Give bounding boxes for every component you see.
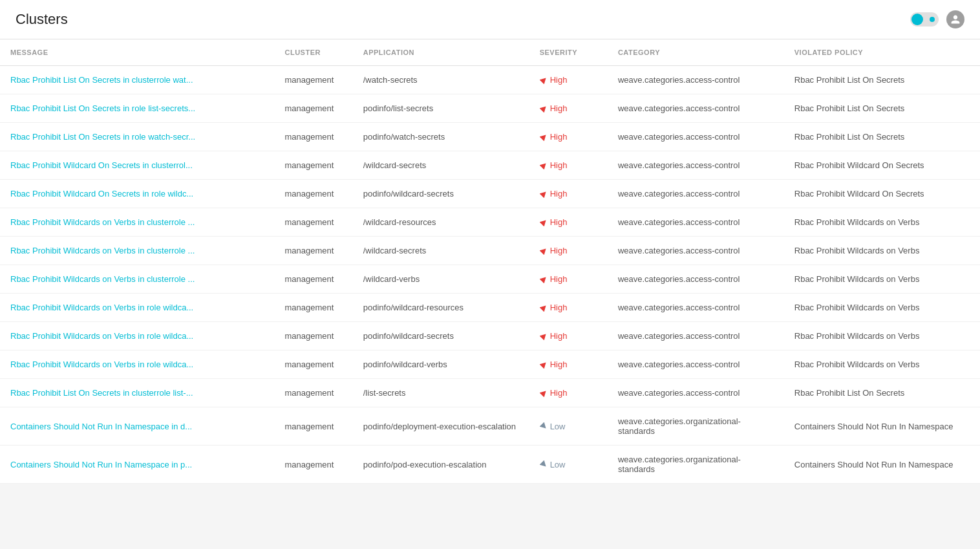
table-row: Containers Should Not Run In Namespace i… xyxy=(0,407,980,446)
cell-category: weave.categories.access-control xyxy=(608,151,784,180)
cell-cluster: management xyxy=(274,446,352,484)
arrow-up-icon xyxy=(540,76,548,84)
arrow-up-icon xyxy=(540,247,548,255)
cell-severity: High xyxy=(529,208,608,237)
cell-message: Rbac Prohibit List On Secrets in role wa… xyxy=(0,123,274,151)
cell-category: weave.categories.access-control xyxy=(608,294,784,322)
table-row: Rbac Prohibit Wildcard On Secrets in clu… xyxy=(0,151,980,180)
cell-application: podinfo/wildcard-secrets xyxy=(353,322,529,350)
message-link[interactable]: Rbac Prohibit Wildcards on Verbs in role… xyxy=(10,360,193,369)
cell-severity: High xyxy=(529,237,608,265)
cell-application: /wildcard-secrets xyxy=(353,151,529,180)
cell-severity: High xyxy=(529,265,608,294)
cell-category: weave.categories.organizational-standard… xyxy=(608,407,784,446)
cell-message: Containers Should Not Run In Namespace i… xyxy=(0,446,274,484)
cell-message: Rbac Prohibit List On Secrets in cluster… xyxy=(0,66,274,94)
table-row: Rbac Prohibit Wildcard On Secrets in rol… xyxy=(0,180,980,208)
message-link[interactable]: Rbac Prohibit Wildcards on Verbs in clus… xyxy=(10,246,195,255)
severity-badge: High xyxy=(540,75,597,85)
theme-toggle[interactable] xyxy=(910,12,939,27)
cell-violated-policy: Rbac Prohibit Wildcards on Verbs xyxy=(784,265,980,294)
message-link[interactable]: Rbac Prohibit Wildcards on Verbs in clus… xyxy=(10,217,195,227)
cell-category: weave.categories.access-control xyxy=(608,66,784,94)
cell-application: podinfo/list-secrets xyxy=(353,94,529,123)
cell-category: weave.categories.access-control xyxy=(608,94,784,123)
table-row: Containers Should Not Run In Namespace i… xyxy=(0,446,980,484)
severity-badge: High xyxy=(540,189,597,199)
cell-severity: High xyxy=(529,322,608,350)
cell-cluster: management xyxy=(274,180,352,208)
table-row: Rbac Prohibit Wildcards on Verbs in role… xyxy=(0,294,980,322)
cell-severity: High xyxy=(529,294,608,322)
arrow-up-icon xyxy=(540,304,548,312)
cell-violated-policy: Rbac Prohibit List On Secrets xyxy=(784,66,980,94)
arrow-up-icon xyxy=(540,332,548,340)
severity-badge: High xyxy=(540,160,597,170)
table-row: Rbac Prohibit Wildcards on Verbs in clus… xyxy=(0,208,980,237)
message-link[interactable]: Rbac Prohibit List On Secrets in cluster… xyxy=(10,388,193,398)
table-row: Rbac Prohibit List On Secrets in cluster… xyxy=(0,379,980,407)
cell-violated-policy: Containers Should Not Run In Namespace xyxy=(784,407,980,446)
cell-cluster: management xyxy=(274,123,352,151)
arrow-up-icon xyxy=(540,190,548,198)
cell-cluster: management xyxy=(274,94,352,123)
cell-category: weave.categories.access-control xyxy=(608,237,784,265)
cell-message: Rbac Prohibit Wildcards on Verbs in clus… xyxy=(0,265,274,294)
cell-severity: High xyxy=(529,123,608,151)
cell-category: weave.categories.access-control xyxy=(608,123,784,151)
table-header-row: MESSAGE CLUSTER APPLICATION SEVERITY CAT… xyxy=(0,39,980,66)
cell-violated-policy: Rbac Prohibit List On Secrets xyxy=(784,94,980,123)
cell-severity: High xyxy=(529,151,608,180)
violations-table: MESSAGE CLUSTER APPLICATION SEVERITY CAT… xyxy=(0,39,980,484)
cell-violated-policy: Rbac Prohibit List On Secrets xyxy=(784,123,980,151)
message-link[interactable]: Rbac Prohibit Wildcard On Secrets in clu… xyxy=(10,160,193,170)
message-link[interactable]: Rbac Prohibit List On Secrets in role li… xyxy=(10,103,195,113)
message-link[interactable]: Rbac Prohibit List On Secrets in cluster… xyxy=(10,75,193,85)
severity-badge: High xyxy=(540,217,597,227)
table-row: Rbac Prohibit Wildcards on Verbs in clus… xyxy=(0,265,980,294)
arrow-up-icon xyxy=(540,162,548,169)
cell-violated-policy: Containers Should Not Run In Namespace xyxy=(784,446,980,484)
table-row: Rbac Prohibit Wildcards on Verbs in role… xyxy=(0,350,980,379)
col-header-cluster: CLUSTER xyxy=(274,39,352,66)
table-row: Rbac Prohibit List On Secrets in role li… xyxy=(0,94,980,123)
cell-message: Rbac Prohibit Wildcard On Secrets in rol… xyxy=(0,180,274,208)
arrow-down-icon xyxy=(540,422,548,430)
cell-application: podinfo/pod-execution-escalation xyxy=(353,446,529,484)
message-link[interactable]: Rbac Prohibit Wildcards on Verbs in clus… xyxy=(10,274,195,284)
severity-badge: High xyxy=(540,246,597,255)
arrow-up-icon xyxy=(540,133,548,141)
severity-badge: High xyxy=(540,360,597,369)
cell-application: podinfo/wildcard-verbs xyxy=(353,350,529,379)
cell-message: Rbac Prohibit Wildcard On Secrets in clu… xyxy=(0,151,274,180)
arrow-up-icon xyxy=(540,219,548,226)
message-link[interactable]: Rbac Prohibit Wildcards on Verbs in role… xyxy=(10,303,193,312)
user-avatar[interactable] xyxy=(946,10,964,28)
cell-severity: Low xyxy=(529,446,608,484)
cell-message: Containers Should Not Run In Namespace i… xyxy=(0,407,274,446)
cell-message: Rbac Prohibit List On Secrets in role li… xyxy=(0,94,274,123)
message-link[interactable]: Rbac Prohibit Wildcards on Verbs in role… xyxy=(10,331,193,341)
message-link[interactable]: Rbac Prohibit List On Secrets in role wa… xyxy=(10,132,195,142)
page-header: Clusters xyxy=(0,0,980,39)
cell-application: /wildcard-secrets xyxy=(353,237,529,265)
cell-application: /wildcard-resources xyxy=(353,208,529,237)
table-row: Rbac Prohibit Wildcards on Verbs in role… xyxy=(0,322,980,350)
cell-category: weave.categories.access-control xyxy=(608,180,784,208)
cell-category: weave.categories.access-control xyxy=(608,379,784,407)
cell-cluster: management xyxy=(274,379,352,407)
cell-violated-policy: Rbac Prohibit Wildcards on Verbs xyxy=(784,294,980,322)
cell-cluster: management xyxy=(274,265,352,294)
table-row: Rbac Prohibit List On Secrets in role wa… xyxy=(0,123,980,151)
cell-violated-policy: Rbac Prohibit Wildcards on Verbs xyxy=(784,322,980,350)
cell-violated-policy: Rbac Prohibit Wildcards on Verbs xyxy=(784,208,980,237)
cell-message: Rbac Prohibit Wildcards on Verbs in role… xyxy=(0,322,274,350)
message-link[interactable]: Containers Should Not Run In Namespace i… xyxy=(10,460,192,469)
cell-message: Rbac Prohibit List On Secrets in cluster… xyxy=(0,379,274,407)
message-link[interactable]: Containers Should Not Run In Namespace i… xyxy=(10,422,192,431)
col-header-category: CATEGORY xyxy=(608,39,784,66)
severity-badge: Low xyxy=(540,422,597,431)
message-link[interactable]: Rbac Prohibit Wildcard On Secrets in rol… xyxy=(10,189,193,199)
cell-cluster: management xyxy=(274,294,352,322)
cell-message: Rbac Prohibit Wildcards on Verbs in clus… xyxy=(0,208,274,237)
